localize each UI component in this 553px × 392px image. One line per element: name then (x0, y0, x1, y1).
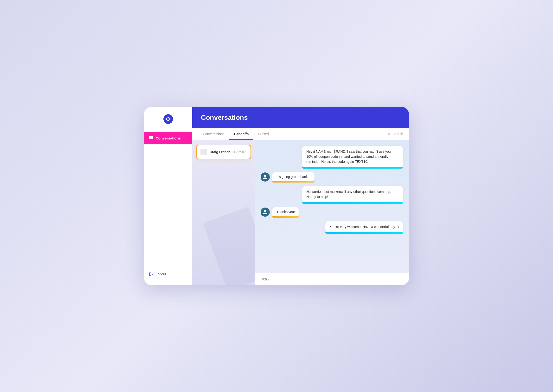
message-5: You're very welcome! Have a wonderful da… (261, 221, 403, 233)
main-header: Conversations (192, 107, 409, 128)
inbound-bubble: Thanks you! (272, 207, 299, 217)
sidebar-item-conversations[interactable]: Conversations (144, 132, 192, 144)
message-text: You're very welcome! Have a wonderful da… (330, 225, 399, 229)
sidebar-nav: Conversations (144, 132, 192, 270)
outbound-bubble: Hey it NAME with BRAND, I saw that you h… (302, 146, 403, 168)
reply-area (255, 273, 409, 285)
message-text: Thanks you! (276, 210, 295, 214)
sidebar-bottom: Logout (144, 270, 192, 278)
sidebar: Conversations Logout (144, 107, 192, 285)
conversations-icon (149, 135, 153, 141)
content-area: Craig French 06/17/2021 Hey it NAME with… (192, 140, 409, 285)
user-icon (262, 174, 268, 180)
conversation-list: Craig French 06/17/2021 (192, 140, 255, 285)
chat-area: Hey it NAME with BRAND, I saw that you h… (255, 140, 409, 285)
outbound-bubble: No worries! Let me know if any other que… (302, 186, 403, 203)
conv-list-decoration (203, 207, 255, 285)
conversation-item[interactable]: Craig French 06/17/2021 (196, 145, 251, 159)
conv-date: 06/17/2021 (234, 151, 247, 154)
app-logo (163, 114, 173, 124)
outbound-bubble: You're very welcome! Have a wonderful da… (325, 221, 403, 233)
conv-avatar (200, 149, 207, 155)
logout-button[interactable]: Logout (149, 270, 187, 278)
message-text: Hey it NAME with BRAND, I saw that you h… (306, 150, 392, 163)
message-3: No worries! Let me know if any other que… (261, 186, 403, 203)
main-content: Conversations Conversations Handoffs Clo… (192, 107, 409, 285)
conv-name: Craig French (210, 150, 231, 154)
app-container: Conversations Logout Conversations Conve… (144, 107, 409, 285)
user-avatar (261, 172, 270, 182)
tab-handoffs[interactable]: Handoffs (229, 128, 254, 140)
search-button[interactable]: Search (387, 132, 403, 136)
user-icon (262, 210, 268, 215)
inbound-bubble: It's going great thanks! (272, 172, 314, 182)
conv-item-row: Craig French 06/17/2021 (200, 149, 247, 155)
search-icon (387, 132, 391, 136)
sidebar-conversations-label: Conversations (156, 136, 181, 140)
search-label: Search (392, 132, 403, 136)
message-text: No worries! Let me know if any other que… (306, 190, 391, 199)
logout-label: Logout (156, 272, 166, 276)
page-title: Conversations (201, 114, 400, 121)
user-avatar (261, 208, 270, 217)
reply-input[interactable] (261, 277, 403, 281)
tabs-row: Conversations Handoffs Closed Search (192, 128, 409, 140)
chat-messages: Hey it NAME with BRAND, I saw that you h… (255, 140, 409, 273)
tab-closed[interactable]: Closed (253, 128, 274, 140)
tab-conversations[interactable]: Conversations (198, 128, 229, 140)
message-4: Thanks you! (261, 207, 403, 217)
message-text: It's going great thanks! (276, 175, 310, 179)
message-2: It's going great thanks! (261, 172, 403, 182)
message-1: Hey it NAME with BRAND, I saw that you h… (261, 146, 403, 168)
